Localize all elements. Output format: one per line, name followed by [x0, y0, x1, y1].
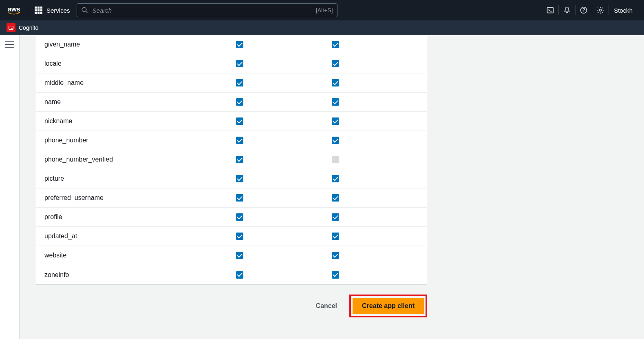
attribute-name: zoneinfo: [44, 271, 236, 279]
aws-logo[interactable]: aws: [7, 6, 21, 15]
read-permission-col: [236, 137, 332, 144]
cloudshell-icon: [546, 6, 554, 14]
page-body: given_namelocalemiddle_namenamenicknamep…: [0, 35, 644, 339]
read-checkbox[interactable]: [236, 233, 243, 240]
help-button[interactable]: [576, 0, 592, 20]
create-button-highlight: Create app client: [349, 295, 427, 317]
cancel-button[interactable]: Cancel: [313, 298, 340, 314]
svg-point-0: [82, 7, 86, 12]
write-checkbox[interactable]: [332, 233, 339, 240]
write-checkbox[interactable]: [332, 41, 339, 48]
attribute-name: profile: [44, 213, 236, 221]
read-permission-col: [236, 233, 332, 240]
write-checkbox[interactable]: [332, 175, 339, 182]
search-input[interactable]: [93, 7, 312, 14]
read-checkbox[interactable]: [236, 175, 243, 182]
main-content: given_namelocalemiddle_namenamenicknamep…: [20, 35, 644, 339]
read-checkbox[interactable]: [236, 117, 243, 125]
read-checkbox[interactable]: [236, 41, 243, 48]
global-header: aws Services [Alt+S]: [0, 0, 644, 20]
read-checkbox[interactable]: [236, 79, 243, 86]
attribute-name: updated_at: [44, 233, 236, 240]
svg-point-7: [11, 28, 13, 30]
write-checkbox[interactable]: [332, 213, 339, 221]
write-permission-col: [332, 175, 428, 182]
read-permission-col: [236, 175, 332, 182]
read-checkbox[interactable]: [236, 60, 243, 67]
attribute-name: phone_number_verified: [44, 156, 236, 163]
aws-smile-icon: [7, 12, 21, 15]
attribute-row: locale: [36, 54, 427, 73]
nav-toggle-button[interactable]: [5, 41, 14, 48]
service-chip-cognito[interactable]: Cognito: [7, 23, 38, 32]
svg-point-4: [583, 11, 584, 12]
read-checkbox[interactable]: [236, 137, 243, 144]
svg-rect-2: [547, 7, 554, 13]
attribute-name: nickname: [44, 117, 236, 125]
create-app-client-button[interactable]: Create app client: [353, 298, 424, 314]
read-permission-col: [236, 60, 332, 67]
attribute-row: nickname: [36, 112, 427, 131]
attribute-row: profile: [36, 208, 427, 227]
attribute-row: updated_at: [36, 227, 427, 246]
read-checkbox[interactable]: [236, 252, 243, 259]
search-icon: [81, 7, 88, 14]
notifications-button[interactable]: [559, 0, 575, 20]
divider: [28, 5, 28, 15]
write-checkbox[interactable]: [332, 194, 339, 202]
gear-icon: [596, 6, 604, 14]
attribute-row: picture: [36, 169, 427, 188]
settings-button[interactable]: [592, 0, 609, 20]
header-right: Stockh: [542, 0, 637, 20]
attribute-name: middle_name: [44, 79, 236, 86]
attribute-row: given_name: [36, 35, 427, 54]
read-checkbox[interactable]: [236, 156, 243, 163]
write-permission-col: [332, 137, 428, 144]
cognito-icon: [7, 23, 15, 32]
global-search[interactable]: [Alt+S]: [77, 3, 337, 17]
read-permission-col: [236, 41, 332, 48]
bell-icon: [563, 6, 571, 14]
attribute-row: website: [36, 246, 427, 265]
write-permission-col: [332, 233, 428, 240]
attribute-name: website: [44, 252, 236, 259]
services-menu-button[interactable]: Services: [35, 7, 70, 14]
attribute-name: preferred_username: [44, 194, 236, 202]
write-permission-col: [332, 60, 428, 67]
attribute-row: phone_number: [36, 131, 427, 150]
write-checkbox[interactable]: [332, 79, 339, 86]
read-permission-col: [236, 194, 332, 202]
service-chip-label: Cognito: [19, 24, 38, 31]
svg-point-5: [600, 9, 602, 11]
write-checkbox[interactable]: [332, 271, 339, 279]
read-permission-col: [236, 156, 332, 163]
search-shortcut: [Alt+S]: [316, 7, 333, 13]
attribute-row: middle_name: [36, 73, 427, 93]
region-selector[interactable]: Stockh: [609, 7, 637, 14]
svg-line-1: [86, 11, 88, 13]
read-checkbox[interactable]: [236, 271, 243, 279]
attribute-row: zoneinfo: [36, 265, 427, 284]
write-permission-col: [332, 194, 428, 202]
write-checkbox[interactable]: [332, 117, 339, 125]
read-checkbox[interactable]: [236, 213, 243, 221]
read-checkbox[interactable]: [236, 194, 243, 202]
write-checkbox[interactable]: [332, 60, 339, 67]
write-checkbox[interactable]: [332, 252, 339, 259]
read-permission-col: [236, 98, 332, 106]
attribute-name: given_name: [44, 41, 236, 48]
write-checkbox[interactable]: [332, 98, 339, 106]
read-checkbox[interactable]: [236, 98, 243, 106]
attribute-permissions-panel: given_namelocalemiddle_namenamenicknamep…: [36, 35, 427, 285]
attribute-name: locale: [44, 60, 236, 67]
write-checkbox[interactable]: [332, 137, 339, 144]
write-permission-col: [332, 271, 428, 279]
cloudshell-button[interactable]: [542, 0, 558, 20]
help-icon: [580, 6, 588, 14]
write-checkbox: [332, 156, 339, 163]
read-permission-col: [236, 117, 332, 125]
attribute-row: preferred_username: [36, 188, 427, 208]
read-permission-col: [236, 252, 332, 259]
left-rail: [0, 35, 20, 339]
service-subheader: Cognito: [0, 20, 644, 35]
